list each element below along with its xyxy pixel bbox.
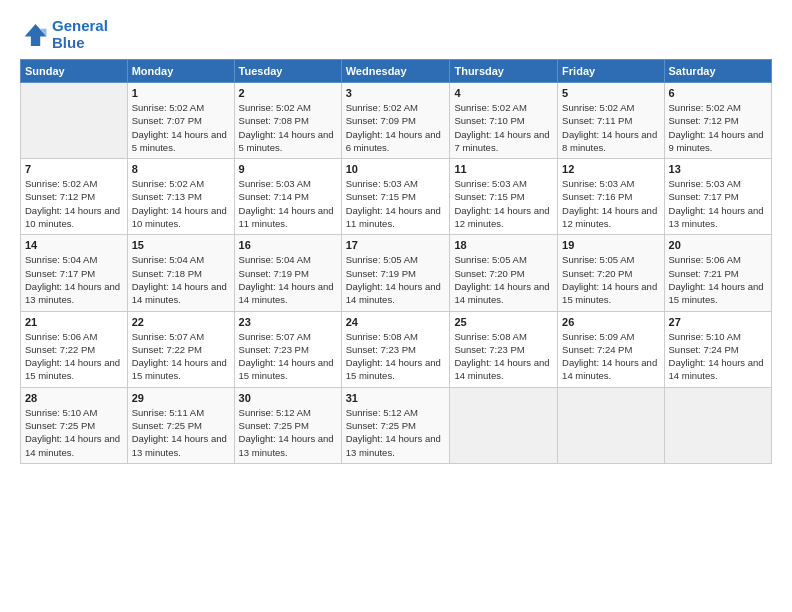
calendar-cell: 28 Sunrise: 5:10 AM Sunset: 7:25 PM Dayl… (21, 387, 128, 463)
day-info: Sunrise: 5:03 AM Sunset: 7:16 PM Dayligh… (562, 177, 659, 230)
sunset-text: Sunset: 7:19 PM (239, 268, 309, 279)
day-number: 26 (562, 316, 659, 328)
day-number: 28 (25, 392, 123, 404)
day-number: 6 (669, 87, 767, 99)
calendar-cell: 30 Sunrise: 5:12 AM Sunset: 7:25 PM Dayl… (234, 387, 341, 463)
day-info: Sunrise: 5:05 AM Sunset: 7:19 PM Dayligh… (346, 253, 446, 306)
day-number: 3 (346, 87, 446, 99)
sunrise-text: Sunrise: 5:03 AM (346, 178, 418, 189)
day-number: 13 (669, 163, 767, 175)
calendar-table: SundayMondayTuesdayWednesdayThursdayFrid… (20, 59, 772, 464)
day-info: Sunrise: 5:08 AM Sunset: 7:23 PM Dayligh… (454, 330, 553, 383)
sunrise-text: Sunrise: 5:11 AM (132, 407, 204, 418)
daylight-text: Daylight: 14 hours and 10 minutes. (132, 205, 227, 229)
sunrise-text: Sunrise: 5:06 AM (25, 331, 97, 342)
sunset-text: Sunset: 7:08 PM (239, 115, 309, 126)
day-info: Sunrise: 5:07 AM Sunset: 7:23 PM Dayligh… (239, 330, 337, 383)
sunset-text: Sunset: 7:14 PM (239, 191, 309, 202)
calendar-cell: 26 Sunrise: 5:09 AM Sunset: 7:24 PM Dayl… (558, 311, 664, 387)
day-number: 15 (132, 239, 230, 251)
header-day-monday: Monday (127, 60, 234, 83)
sunrise-text: Sunrise: 5:05 AM (454, 254, 526, 265)
day-info: Sunrise: 5:09 AM Sunset: 7:24 PM Dayligh… (562, 330, 659, 383)
calendar-cell: 15 Sunrise: 5:04 AM Sunset: 7:18 PM Dayl… (127, 235, 234, 311)
calendar-cell: 1 Sunrise: 5:02 AM Sunset: 7:07 PM Dayli… (127, 83, 234, 159)
sunrise-text: Sunrise: 5:08 AM (454, 331, 526, 342)
daylight-text: Daylight: 14 hours and 14 minutes. (454, 357, 549, 381)
calendar-week-row: 14 Sunrise: 5:04 AM Sunset: 7:17 PM Dayl… (21, 235, 772, 311)
day-number: 1 (132, 87, 230, 99)
sunrise-text: Sunrise: 5:02 AM (132, 102, 204, 113)
calendar-cell: 13 Sunrise: 5:03 AM Sunset: 7:17 PM Dayl… (664, 159, 771, 235)
day-info: Sunrise: 5:03 AM Sunset: 7:15 PM Dayligh… (454, 177, 553, 230)
daylight-text: Daylight: 14 hours and 13 minutes. (25, 281, 120, 305)
daylight-text: Daylight: 14 hours and 13 minutes. (346, 433, 441, 457)
daylight-text: Daylight: 14 hours and 15 minutes. (239, 357, 334, 381)
calendar-cell: 18 Sunrise: 5:05 AM Sunset: 7:20 PM Dayl… (450, 235, 558, 311)
daylight-text: Daylight: 14 hours and 15 minutes. (25, 357, 120, 381)
sunset-text: Sunset: 7:13 PM (132, 191, 202, 202)
daylight-text: Daylight: 14 hours and 14 minutes. (25, 433, 120, 457)
daylight-text: Daylight: 14 hours and 13 minutes. (132, 433, 227, 457)
daylight-text: Daylight: 14 hours and 14 minutes. (346, 281, 441, 305)
calendar-cell (21, 83, 128, 159)
calendar-week-row: 28 Sunrise: 5:10 AM Sunset: 7:25 PM Dayl… (21, 387, 772, 463)
daylight-text: Daylight: 14 hours and 11 minutes. (346, 205, 441, 229)
day-info: Sunrise: 5:02 AM Sunset: 7:07 PM Dayligh… (132, 101, 230, 154)
calendar-cell: 8 Sunrise: 5:02 AM Sunset: 7:13 PM Dayli… (127, 159, 234, 235)
day-number: 17 (346, 239, 446, 251)
sunset-text: Sunset: 7:12 PM (25, 191, 95, 202)
day-number: 30 (239, 392, 337, 404)
daylight-text: Daylight: 14 hours and 7 minutes. (454, 129, 549, 153)
day-number: 20 (669, 239, 767, 251)
day-info: Sunrise: 5:10 AM Sunset: 7:24 PM Dayligh… (669, 330, 767, 383)
day-info: Sunrise: 5:06 AM Sunset: 7:22 PM Dayligh… (25, 330, 123, 383)
calendar-cell: 24 Sunrise: 5:08 AM Sunset: 7:23 PM Dayl… (341, 311, 450, 387)
daylight-text: Daylight: 14 hours and 13 minutes. (669, 205, 764, 229)
calendar-cell: 21 Sunrise: 5:06 AM Sunset: 7:22 PM Dayl… (21, 311, 128, 387)
day-info: Sunrise: 5:02 AM Sunset: 7:12 PM Dayligh… (25, 177, 123, 230)
day-number: 9 (239, 163, 337, 175)
calendar-cell: 9 Sunrise: 5:03 AM Sunset: 7:14 PM Dayli… (234, 159, 341, 235)
daylight-text: Daylight: 14 hours and 5 minutes. (239, 129, 334, 153)
sunrise-text: Sunrise: 5:09 AM (562, 331, 634, 342)
day-number: 8 (132, 163, 230, 175)
calendar-cell: 17 Sunrise: 5:05 AM Sunset: 7:19 PM Dayl… (341, 235, 450, 311)
sunrise-text: Sunrise: 5:02 AM (132, 178, 204, 189)
day-number: 12 (562, 163, 659, 175)
sunrise-text: Sunrise: 5:02 AM (239, 102, 311, 113)
calendar-cell: 2 Sunrise: 5:02 AM Sunset: 7:08 PM Dayli… (234, 83, 341, 159)
calendar-cell: 23 Sunrise: 5:07 AM Sunset: 7:23 PM Dayl… (234, 311, 341, 387)
day-info: Sunrise: 5:02 AM Sunset: 7:09 PM Dayligh… (346, 101, 446, 154)
day-info: Sunrise: 5:02 AM Sunset: 7:11 PM Dayligh… (562, 101, 659, 154)
sunset-text: Sunset: 7:21 PM (669, 268, 739, 279)
sunrise-text: Sunrise: 5:05 AM (346, 254, 418, 265)
daylight-text: Daylight: 14 hours and 11 minutes. (239, 205, 334, 229)
sunrise-text: Sunrise: 5:02 AM (669, 102, 741, 113)
sunrise-text: Sunrise: 5:03 AM (669, 178, 741, 189)
day-number: 4 (454, 87, 553, 99)
daylight-text: Daylight: 14 hours and 14 minutes. (239, 281, 334, 305)
daylight-text: Daylight: 14 hours and 13 minutes. (239, 433, 334, 457)
calendar-cell (664, 387, 771, 463)
sunrise-text: Sunrise: 5:06 AM (669, 254, 741, 265)
sunset-text: Sunset: 7:25 PM (25, 420, 95, 431)
calendar-cell: 20 Sunrise: 5:06 AM Sunset: 7:21 PM Dayl… (664, 235, 771, 311)
daylight-text: Daylight: 14 hours and 8 minutes. (562, 129, 657, 153)
sunset-text: Sunset: 7:18 PM (132, 268, 202, 279)
calendar-week-row: 1 Sunrise: 5:02 AM Sunset: 7:07 PM Dayli… (21, 83, 772, 159)
day-number: 7 (25, 163, 123, 175)
sunrise-text: Sunrise: 5:05 AM (562, 254, 634, 265)
calendar-cell: 25 Sunrise: 5:08 AM Sunset: 7:23 PM Dayl… (450, 311, 558, 387)
sunset-text: Sunset: 7:25 PM (346, 420, 416, 431)
daylight-text: Daylight: 14 hours and 14 minutes. (132, 281, 227, 305)
sunrise-text: Sunrise: 5:10 AM (669, 331, 741, 342)
day-info: Sunrise: 5:04 AM Sunset: 7:19 PM Dayligh… (239, 253, 337, 306)
day-number: 29 (132, 392, 230, 404)
header-day-friday: Friday (558, 60, 664, 83)
calendar-week-row: 21 Sunrise: 5:06 AM Sunset: 7:22 PM Dayl… (21, 311, 772, 387)
calendar-header-row: SundayMondayTuesdayWednesdayThursdayFrid… (21, 60, 772, 83)
day-info: Sunrise: 5:12 AM Sunset: 7:25 PM Dayligh… (239, 406, 337, 459)
header-day-tuesday: Tuesday (234, 60, 341, 83)
daylight-text: Daylight: 14 hours and 15 minutes. (132, 357, 227, 381)
